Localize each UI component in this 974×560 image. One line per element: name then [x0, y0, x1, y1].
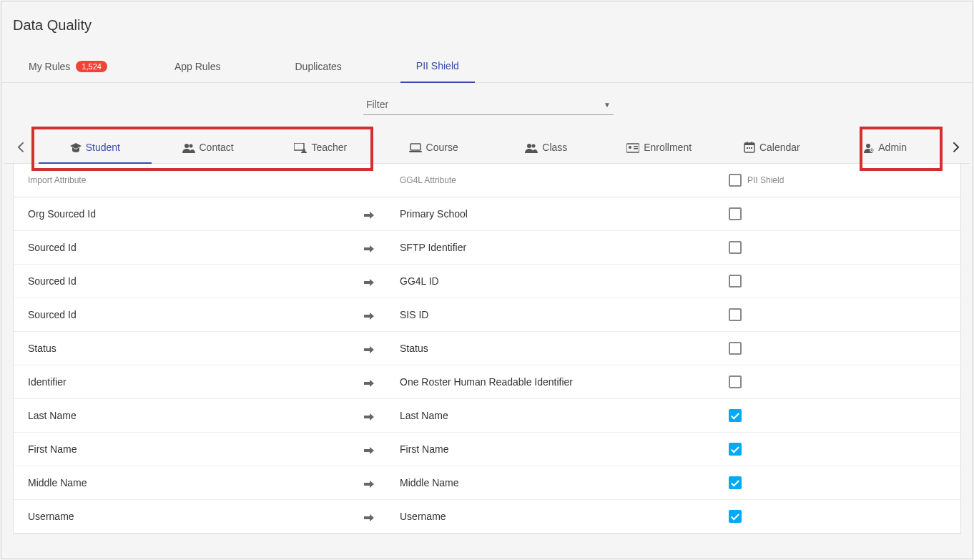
attribute-table: Import Attribute GG4L Attribute PII Shie…: [13, 164, 961, 534]
import-attribute-cell: Sourced Id: [28, 275, 364, 287]
table-row: Middle NameMiddle Name: [14, 466, 960, 500]
svg-rect-4: [410, 144, 420, 150]
arrow-right-icon: [364, 275, 400, 287]
arrow-right-icon: [364, 477, 400, 488]
table-header: Import Attribute GG4L Attribute PII Shie…: [14, 164, 960, 197]
tab-label: My Rules: [29, 61, 70, 72]
gg4l-attribute-cell: Username: [400, 511, 729, 522]
table-row: StatusStatus: [14, 332, 960, 365]
arrow-right-icon: [364, 343, 400, 354]
pii-shield-checkbox[interactable]: [729, 375, 742, 388]
table-row: Last NameLast Name: [14, 399, 960, 433]
import-attribute-cell: Status: [28, 343, 364, 354]
svg-rect-14: [747, 142, 748, 144]
import-attribute-cell: Org Sourced Id: [28, 208, 364, 220]
pii-shield-checkbox[interactable]: [729, 275, 742, 288]
arrow-right-icon: [364, 208, 400, 220]
entity-tab-calendar[interactable]: Calendar: [716, 129, 829, 163]
entity-tab-label: Teacher: [311, 142, 347, 153]
header-gg4l-attribute: GG4L Attribute: [400, 175, 729, 185]
svg-rect-15: [751, 142, 752, 144]
tab-app-rules[interactable]: App Rules: [159, 52, 237, 82]
users-icon: [182, 142, 195, 153]
card-icon: [626, 142, 639, 153]
table-row: First NameFirst Name: [14, 433, 960, 466]
svg-point-1: [189, 144, 192, 147]
svg-rect-13: [744, 143, 754, 145]
filter-select[interactable]: Filter ▼: [363, 94, 614, 115]
gg4l-attribute-cell: One Roster Human Readable Identifier: [400, 376, 729, 388]
arrow-right-icon: [364, 410, 400, 421]
users-icon: [525, 142, 538, 153]
pii-shield-header-checkbox[interactable]: [729, 174, 742, 187]
gg4l-attribute-cell: Last Name: [400, 410, 729, 421]
entity-tab-label: Enrollment: [644, 142, 692, 153]
admin-icon: [862, 142, 874, 153]
pii-shield-checkbox[interactable]: [729, 308, 742, 321]
calendar-icon: [744, 141, 755, 153]
tab-label: Duplicates: [295, 61, 341, 72]
pii-shield-checkbox[interactable]: [729, 342, 742, 355]
gg4l-attribute-cell: Middle Name: [400, 477, 729, 488]
table-row: UsernameUsername: [14, 500, 960, 534]
filter-label: Filter: [366, 99, 388, 110]
scroll-left-button[interactable]: [13, 137, 28, 157]
gg4l-attribute-cell: Status: [400, 343, 729, 354]
import-attribute-cell: Identifier: [28, 376, 364, 388]
table-row: IdentifierOne Roster Human Readable Iden…: [14, 365, 960, 399]
pii-shield-checkbox[interactable]: [729, 443, 742, 456]
svg-rect-11: [634, 148, 638, 149]
entity-tab-course[interactable]: Course: [377, 130, 490, 163]
scroll-right-button[interactable]: [949, 137, 964, 157]
badge: 1,524: [76, 61, 107, 72]
entity-tab-class[interactable]: Class: [490, 130, 603, 163]
main-tabs: My Rules1,524App RulesDuplicatesPII Shie…: [1, 51, 973, 83]
svg-point-9: [629, 146, 631, 149]
svg-point-19: [866, 144, 870, 148]
laptop-icon: [409, 142, 422, 153]
entity-tab-contact[interactable]: Contact: [152, 130, 265, 163]
tab-my-rules[interactable]: My Rules1,524: [13, 52, 123, 82]
gg4l-attribute-cell: Primary School: [400, 208, 729, 220]
entity-tab-admin[interactable]: Admin: [828, 130, 941, 163]
entity-tab-label: Contact: [200, 142, 234, 153]
gg4l-attribute-cell: First Name: [400, 443, 729, 455]
pii-shield-checkbox[interactable]: [729, 207, 742, 220]
pii-shield-checkbox[interactable]: [729, 476, 742, 489]
svg-point-7: [532, 144, 536, 147]
arrow-right-icon: [364, 242, 400, 253]
entity-tab-label: Course: [426, 142, 458, 153]
import-attribute-cell: Sourced Id: [28, 309, 364, 320]
table-row: Sourced IdGG4L ID: [14, 265, 960, 298]
import-attribute-cell: Middle Name: [28, 477, 364, 488]
entity-tab-label: Calendar: [759, 142, 800, 153]
svg-rect-10: [634, 146, 638, 147]
entity-tab-label: Class: [542, 142, 567, 153]
entity-tab-enrollment[interactable]: Enrollment: [603, 130, 716, 163]
entity-tabs-wrapper: StudentContactTeacherCourseClassEnrollme…: [1, 129, 973, 164]
entity-tabs: StudentContactTeacherCourseClassEnrollme…: [4, 129, 970, 164]
tab-pii-shield[interactable]: PII Shield: [400, 51, 475, 83]
tab-label: PII Shield: [416, 60, 459, 72]
graduate-icon: [70, 142, 82, 153]
tab-duplicates[interactable]: Duplicates: [279, 52, 357, 82]
import-attribute-cell: Sourced Id: [28, 242, 364, 253]
pii-shield-checkbox[interactable]: [729, 510, 742, 523]
entity-tab-label: Admin: [878, 142, 907, 153]
pii-shield-checkbox[interactable]: [729, 241, 742, 254]
svg-rect-16: [747, 147, 748, 149]
entity-tab-label: Student: [86, 142, 120, 153]
pii-shield-checkbox[interactable]: [729, 409, 742, 422]
arrow-right-icon: [364, 376, 400, 388]
svg-point-0: [185, 144, 189, 148]
page-title: Data Quality: [1, 1, 973, 39]
caret-down-icon: ▼: [604, 101, 611, 109]
chalkboard-icon: [294, 142, 307, 153]
entity-tab-student[interactable]: Student: [39, 130, 152, 163]
arrow-right-icon: [364, 511, 400, 522]
import-attribute-cell: Username: [28, 511, 364, 522]
table-row: Sourced IdSFTP Identifier: [14, 231, 960, 265]
entity-tab-teacher[interactable]: Teacher: [265, 130, 378, 163]
svg-rect-5: [409, 151, 422, 152]
svg-rect-2: [294, 143, 304, 150]
